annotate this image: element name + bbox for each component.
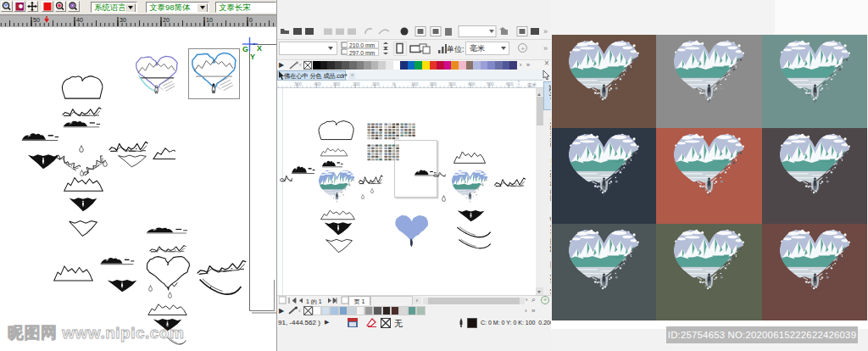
svg-text:1 的 1: 1 的 1 bbox=[306, 298, 322, 305]
svg-text:0: 0 bbox=[249, 17, 253, 23]
svg-text:500: 500 bbox=[295, 81, 303, 86]
svg-text:»: » bbox=[543, 27, 548, 36]
svg-text:100: 100 bbox=[372, 81, 380, 86]
svg-text:30: 30 bbox=[120, 17, 126, 23]
svg-text:10: 10 bbox=[206, 17, 213, 23]
svg-text:40: 40 bbox=[76, 17, 83, 23]
svg-text:300: 300 bbox=[333, 81, 341, 86]
svg-text:毫米: 毫米 bbox=[527, 81, 537, 86]
svg-text:500: 500 bbox=[487, 81, 494, 86]
svg-text:300: 300 bbox=[448, 81, 456, 86]
svg-text:200: 200 bbox=[353, 81, 360, 86]
svg-text:20: 20 bbox=[163, 17, 170, 23]
svg-text:200: 200 bbox=[430, 81, 437, 86]
svg-text:400: 400 bbox=[314, 81, 321, 86]
svg-text:400: 400 bbox=[468, 81, 476, 86]
svg-text:0: 0 bbox=[392, 81, 395, 86]
svg-text:100: 100 bbox=[411, 81, 419, 86]
svg-text:600: 600 bbox=[506, 81, 514, 86]
svg-text:50: 50 bbox=[33, 17, 40, 23]
